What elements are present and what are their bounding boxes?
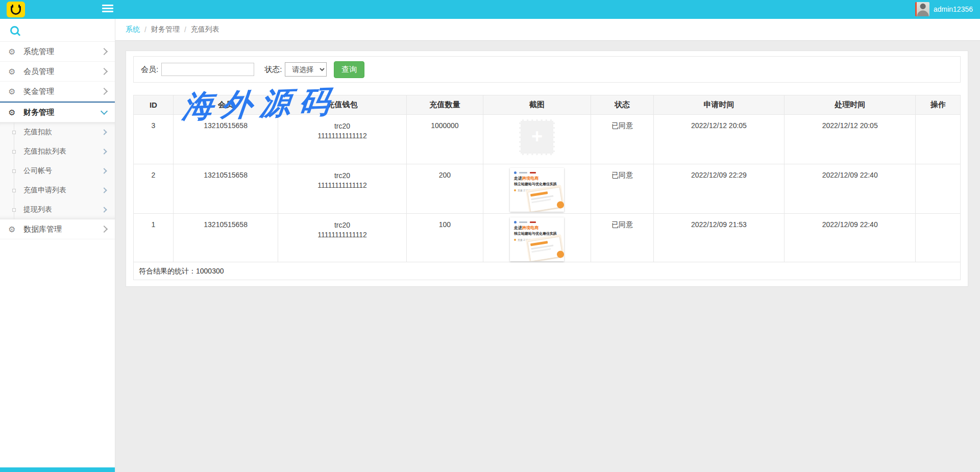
cell-action (916, 214, 961, 262)
sidebar-subitem-recharge-deduct[interactable]: 充值扣款 (0, 122, 115, 142)
cell-wallet: trc20 11111111111112 (278, 115, 406, 164)
column-header: ID (134, 95, 174, 115)
search-icon (10, 26, 19, 35)
thumbnail-logos (514, 171, 560, 174)
cell-member: 13210515658 (173, 164, 278, 214)
cell-action (916, 115, 961, 164)
sidebar-item-system[interactable]: ⚙ 系统管理 (0, 42, 115, 62)
sidebar-search[interactable] (0, 19, 115, 42)
cell-status: 已同意 (591, 164, 653, 214)
table-row: 1 13210515658 trc20 11111111111112 100 (134, 214, 961, 262)
chevron-right-icon (101, 88, 108, 95)
gear-icon: ⚙ (8, 108, 19, 117)
sidebar-subitem-recharge-deduct-list[interactable]: 充值扣款列表 (0, 142, 115, 161)
cell-amount: 100 (406, 214, 483, 262)
cell-status: 已同意 (591, 214, 653, 262)
chevron-right-icon (101, 187, 107, 193)
chevron-right-icon (101, 226, 108, 233)
gear-icon: ⚙ (8, 87, 19, 96)
cell-status: 已同意 (591, 115, 653, 164)
cell-id: 2 (134, 164, 174, 214)
column-header: 申请时间 (653, 95, 784, 115)
column-header: 充值数量 (406, 95, 483, 115)
sidebar-subitem-withdraw-list[interactable]: 提现列表 (0, 200, 115, 219)
sidebar-item-finance[interactable]: ⚙ 财务管理 (0, 102, 115, 122)
breadcrumb-current: 充值列表 (191, 25, 219, 34)
chevron-right-icon (101, 68, 108, 75)
finance-submenu: 充值扣款 充值扣款列表 公司帐号 充值申请列表 提现列表 (0, 122, 115, 219)
search-button[interactable]: 查询 (334, 61, 364, 78)
filter-bar: 会员: 状态: 请选择 查询 (133, 56, 961, 83)
user-menu[interactable]: admin12356 (915, 2, 973, 16)
column-header: 操作 (916, 95, 961, 115)
cell-amount: 200 (406, 164, 483, 214)
chevron-right-icon (101, 129, 107, 135)
chevron-right-icon (101, 48, 108, 55)
breadcrumb-finance: 财务管理 (151, 25, 180, 34)
cell-action (916, 164, 961, 214)
table-row: 3 13210515658 trc20 11111111111112 10000… (134, 115, 961, 164)
avatar (915, 2, 929, 16)
breadcrumb: 系统 / 财务管理 / 充值列表 (115, 19, 980, 41)
topbar: admin12356 (0, 0, 980, 19)
submenu-bullet-icon (12, 169, 16, 173)
cell-screenshot: + (483, 115, 591, 164)
app-logo-icon[interactable] (7, 2, 25, 17)
cell-wallet: trc20 11111111111112 (278, 164, 406, 214)
submenu-bullet-icon (12, 208, 16, 212)
breadcrumb-system-link[interactable]: 系统 (126, 25, 140, 34)
submenu-bullet-icon (12, 189, 16, 192)
sidebar-subitem-recharge-apply-list[interactable]: 充值申请列表 (0, 181, 115, 200)
recharge-table: ID 会员 充值钱包 充值数量 截图 状态 申请时间 处理时间 操作 3 132 (133, 95, 961, 280)
plus-icon: + (521, 126, 553, 146)
sidebar-item-bonus[interactable]: ⚙ 奖金管理 (0, 82, 115, 102)
chevron-right-icon (101, 148, 107, 154)
cell-process-time: 2022/12/12 20:05 (784, 115, 916, 164)
cell-apply-time: 2022/12/12 20:05 (653, 115, 784, 164)
submenu-bullet-icon (12, 131, 16, 134)
chevron-right-icon (101, 207, 107, 212)
hamburger-menu-icon[interactable] (102, 5, 113, 14)
gear-icon: ⚙ (8, 67, 19, 77)
screenshot-thumbnail[interactable]: 走进跨境电商 独立站建站与优化最佳实践 直播 2 14.09.17 (510, 217, 564, 261)
cell-screenshot: 走进跨境电商 独立站建站与优化最佳实践 直播 2 14.09.17 (483, 164, 591, 214)
cell-member: 13210515658 (173, 214, 278, 262)
gear-icon: ⚙ (8, 225, 19, 234)
chevron-right-icon (101, 168, 107, 173)
upload-placeholder[interactable]: + (519, 119, 555, 155)
cell-process-time: 2022/12/09 22:40 (784, 164, 916, 214)
member-search-input[interactable] (161, 63, 254, 76)
member-label: 会员: (141, 65, 158, 74)
cell-screenshot: 走进跨境电商 独立站建站与优化最佳实践 直播 2 14.09.17 (483, 214, 591, 262)
cell-id: 3 (134, 115, 174, 164)
cell-wallet: trc20 11111111111112 (278, 214, 406, 262)
cell-amount: 1000000 (406, 115, 483, 164)
column-header: 充值钱包 (278, 95, 406, 115)
column-header: 处理时间 (784, 95, 916, 115)
status-label: 状态: (264, 65, 282, 74)
column-header: 状态 (591, 95, 653, 115)
main-content: 系统 / 财务管理 / 充值列表 会员: 状态: 请选择 查询 (115, 19, 980, 472)
cell-process-time: 2022/12/09 22:40 (784, 214, 916, 262)
cell-apply-time: 2022/12/09 22:29 (653, 164, 784, 214)
column-header: 截图 (483, 95, 591, 115)
sidebar-item-member[interactable]: ⚙ 会员管理 (0, 62, 115, 82)
status-select[interactable]: 请选择 (285, 62, 327, 77)
result-summary: 符合结果的统计：1000300 (133, 262, 961, 280)
sidebar-footer-strip (0, 467, 115, 472)
submenu-bullet-icon (12, 150, 16, 154)
content-panel: 会员: 状态: 请选择 查询 ID 会员 充值钱包 (126, 51, 968, 287)
chevron-down-icon (101, 108, 108, 115)
sidebar-item-database[interactable]: ⚙ 数据库管理 (0, 219, 115, 239)
cell-member: 13210515658 (173, 115, 278, 164)
gear-icon: ⚙ (8, 47, 19, 57)
table-row: 2 13210515658 trc20 11111111111112 200 (134, 164, 961, 214)
column-header: 会员 (173, 95, 278, 115)
sidebar-subitem-company-account[interactable]: 公司帐号 (0, 161, 115, 181)
sidebar: ⚙ 系统管理 ⚙ 会员管理 ⚙ 奖金管理 ⚙ 财务管理 充值扣款 充值扣款列表 … (0, 19, 115, 472)
cell-id: 1 (134, 214, 174, 262)
screenshot-thumbnail[interactable]: 走进跨境电商 独立站建站与优化最佳实践 直播 2 14.09.17 (510, 168, 564, 212)
cell-apply-time: 2022/12/09 21:53 (653, 214, 784, 262)
username: admin12356 (934, 5, 973, 13)
thumbnail-logos (514, 221, 560, 223)
